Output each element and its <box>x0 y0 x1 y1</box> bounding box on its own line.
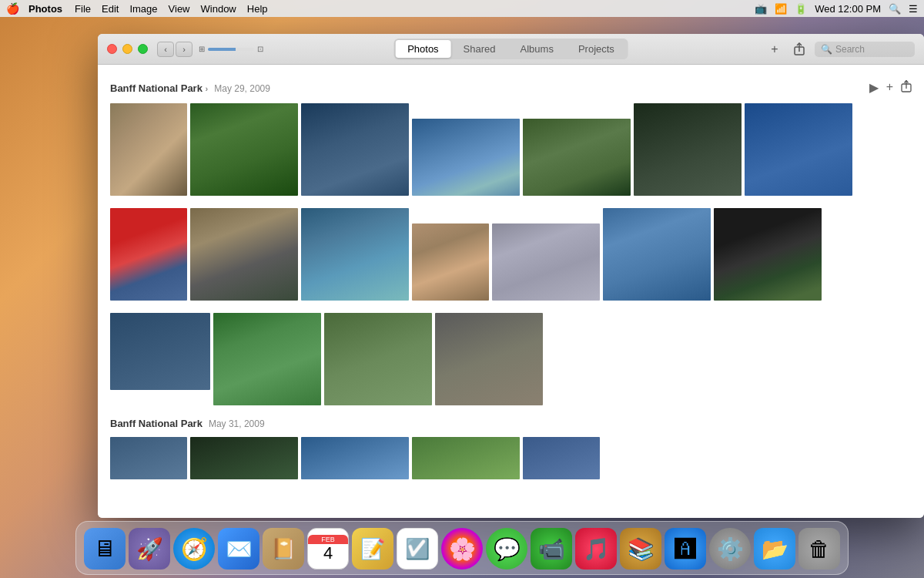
section-arrow-1: › <box>206 84 209 93</box>
photo-item[interactable] <box>603 208 711 301</box>
tab-group: Photos Shared Albums Projects <box>393 39 628 59</box>
photo-grid-4 <box>110 437 912 479</box>
photo-item[interactable] <box>412 223 489 301</box>
titlebar: ‹ › ⊞ ⊡ Photos Shared Albums Projects + <box>98 34 924 65</box>
zoom-slider[interactable] <box>208 48 254 51</box>
photo-item[interactable] <box>324 313 432 405</box>
photo-item[interactable] <box>110 313 210 390</box>
grid-large-icon: ⊡ <box>257 45 263 53</box>
photo-item[interactable] <box>213 313 321 405</box>
dock-trash[interactable]: 🗑 <box>798 528 840 570</box>
nav-arrows: ‹ › <box>157 42 192 57</box>
menu-window[interactable]: Window <box>201 3 236 15</box>
dock-books[interactable]: 📚 <box>620 528 661 570</box>
menu-image[interactable]: Image <box>129 3 157 15</box>
traffic-lights <box>107 44 148 54</box>
dock-mail[interactable]: ✉️ <box>218 528 259 570</box>
photo-item[interactable] <box>412 437 520 479</box>
menu-help[interactable]: Help <box>247 3 268 15</box>
section-date-1: May 29, 2009 <box>214 83 270 94</box>
tab-albums[interactable]: Albums <box>508 40 566 58</box>
dock-launchpad[interactable]: 🚀 <box>129 528 170 570</box>
photo-item[interactable] <box>523 119 631 196</box>
dock-reminders[interactable]: ☑️ <box>397 528 438 570</box>
photo-grid-3 <box>110 313 912 405</box>
photo-item[interactable] <box>301 103 409 196</box>
tab-photos[interactable]: Photos <box>395 40 450 58</box>
search-box[interactable]: 🔍 Search <box>815 42 915 57</box>
menu-file[interactable]: File <box>75 3 91 15</box>
photo-item[interactable] <box>301 437 409 479</box>
section-title-2[interactable]: Banff National Park <box>110 418 203 429</box>
dock: 🖥 🚀 🧭 ✉️ 📔 FEB 4 📝 ☑️ <box>75 521 849 575</box>
photo-item[interactable] <box>523 437 600 479</box>
maximize-button[interactable] <box>138 44 148 54</box>
photo-content[interactable]: Banff National Park › May 29, 2009 ▶ + <box>98 65 924 518</box>
dock-photos[interactable]: 🌸 <box>441 528 483 570</box>
menubar-search-icon[interactable]: 🔍 <box>889 3 901 15</box>
menubar-control-center-icon[interactable]: ☰ <box>909 3 918 15</box>
search-placeholder: Search <box>835 44 865 55</box>
photo-item[interactable] <box>745 103 852 196</box>
dock-appstore[interactable]: 🅰 <box>665 528 706 570</box>
photo-item[interactable] <box>190 437 298 479</box>
dock-music[interactable]: 🎵 <box>575 528 617 570</box>
photos-window: ‹ › ⊞ ⊡ Photos Shared Albums Projects + <box>98 34 924 518</box>
add-button[interactable]: + <box>765 41 784 58</box>
menubar-time: Wed 12:00 PM <box>815 3 881 15</box>
back-button[interactable]: ‹ <box>157 42 174 57</box>
toolbar-right: + 🔍 Search <box>765 41 915 58</box>
desktop: ‹ › ⊞ ⊡ Photos Shared Albums Projects + <box>0 17 924 578</box>
dock-facetime[interactable]: 📹 <box>531 528 572 570</box>
menubar-wifi-icon[interactable]: 📶 <box>775 3 787 15</box>
dock-messages[interactable]: 💬 <box>486 528 527 570</box>
photo-item[interactable] <box>110 103 187 196</box>
section-title-1: Banff National Park › <box>110 82 208 94</box>
menubar: 🍎 Photos File Edit Image View Window Hel… <box>0 0 924 17</box>
forward-button[interactable]: › <box>176 42 192 57</box>
section-header-2: Banff National Park May 31, 2009 <box>110 418 912 429</box>
menubar-right: 📺 📶 🔋 Wed 12:00 PM 🔍 ☰ <box>755 3 918 15</box>
section-share-button[interactable] <box>901 80 912 96</box>
photo-item[interactable] <box>301 208 409 301</box>
dock-contacts[interactable]: 📔 <box>263 528 304 570</box>
section-header-1: Banff National Park › May 29, 2009 ▶ + <box>110 80 912 96</box>
section-date-2: May 31, 2009 <box>209 418 265 429</box>
dock-system-prefs[interactable]: ⚙️ <box>709 528 751 570</box>
photo-item[interactable] <box>714 208 822 301</box>
photo-item[interactable] <box>110 208 187 301</box>
tab-projects[interactable]: Projects <box>566 40 627 58</box>
menu-edit[interactable]: Edit <box>102 3 119 15</box>
menu-view[interactable]: View <box>169 3 190 15</box>
dock-calendar[interactable]: FEB 4 <box>307 528 349 570</box>
zoom-slider-area: ⊞ ⊡ <box>199 45 263 53</box>
search-icon: 🔍 <box>821 44 832 55</box>
grid-small-icon: ⊞ <box>199 45 205 53</box>
share-toolbar-button[interactable] <box>790 41 808 58</box>
photo-grid-1 <box>110 103 912 196</box>
photo-item[interactable] <box>190 103 298 196</box>
slideshow-button[interactable]: ▶ <box>869 80 879 96</box>
dock-notes[interactable]: 📝 <box>352 528 393 570</box>
menubar-battery-icon[interactable]: 🔋 <box>795 3 807 15</box>
dock-finder[interactable]: 🖥 <box>84 528 126 570</box>
photo-grid-2 <box>110 208 912 301</box>
photo-item[interactable] <box>634 103 742 196</box>
menubar-notification-icon[interactable]: 📺 <box>755 3 767 15</box>
photo-item[interactable] <box>435 313 543 405</box>
minimize-button[interactable] <box>122 44 132 54</box>
photo-item[interactable] <box>492 223 600 301</box>
section-controls-1: ▶ + <box>869 80 912 96</box>
section-add-button[interactable]: + <box>886 80 893 96</box>
photo-item[interactable] <box>110 437 187 479</box>
dock-airdrop[interactable]: 📂 <box>754 528 795 570</box>
apple-menu[interactable]: 🍎 <box>6 2 19 15</box>
photo-item[interactable] <box>412 119 520 196</box>
close-button[interactable] <box>107 44 117 54</box>
tab-shared[interactable]: Shared <box>451 40 508 58</box>
photo-item[interactable] <box>190 208 298 301</box>
app-name[interactable]: Photos <box>28 3 62 15</box>
dock-safari[interactable]: 🧭 <box>173 528 215 570</box>
